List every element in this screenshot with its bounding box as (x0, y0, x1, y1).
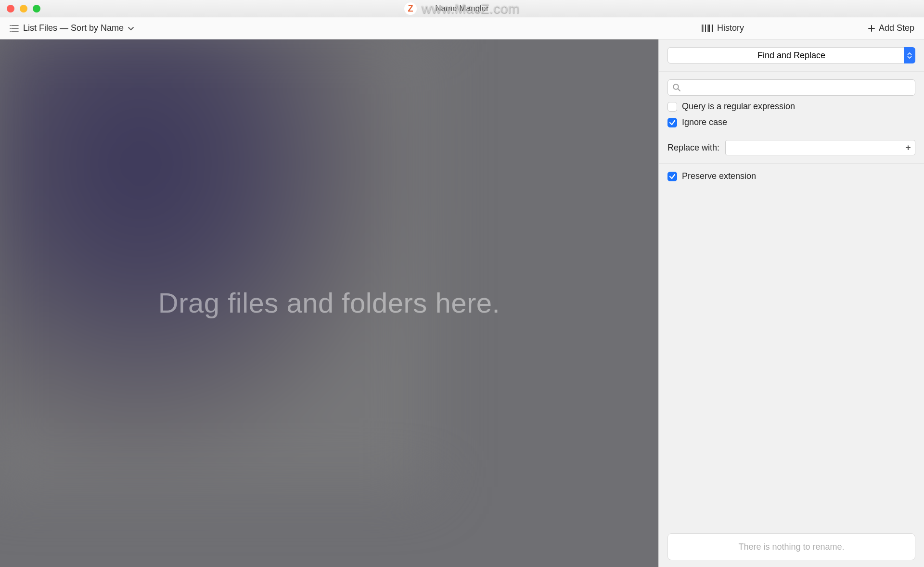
preserve-extension-checkbox[interactable] (667, 172, 677, 181)
replace-with-input[interactable] (725, 140, 915, 155)
replace-with-label: Replace with: (667, 143, 719, 153)
search-input[interactable] (667, 79, 915, 96)
insert-token-button[interactable]: + (903, 142, 913, 153)
rename-button[interactable]: There is nothing to rename. (667, 533, 915, 560)
file-drop-zone[interactable]: Drag files and folders here. (0, 39, 658, 567)
svg-rect-7 (704, 25, 704, 32)
svg-rect-12 (712, 25, 713, 32)
action-section: Find and Replace (659, 39, 924, 72)
svg-point-4 (10, 27, 11, 28)
dropzone-hint: Drag files and folders here. (158, 287, 500, 319)
ignore-case-label: Ignore case (682, 117, 727, 127)
ignore-case-checkbox[interactable] (667, 118, 677, 127)
list-files-label: List Files — Sort by Name (23, 23, 124, 33)
add-step-label: Add Step (879, 23, 914, 33)
replace-row: Replace with: + (667, 140, 915, 155)
preserve-extension-label: Preserve extension (682, 171, 756, 181)
svg-rect-10 (708, 25, 710, 32)
svg-point-3 (10, 25, 11, 25)
titlebar: Name Mangler Z www.MacZ.com (0, 0, 924, 17)
regex-checkbox[interactable] (667, 102, 677, 112)
svg-rect-8 (705, 25, 706, 32)
svg-point-5 (10, 30, 11, 31)
chevron-down-icon (128, 26, 134, 31)
svg-line-16 (678, 89, 680, 91)
toolbar: List Files — Sort by Name (0, 17, 924, 39)
find-options-section: Query is a regular expression Ignore cas… (659, 72, 924, 164)
sidebar: Find and Replace (658, 39, 924, 567)
svg-rect-11 (711, 25, 711, 32)
dropzone-background (0, 39, 428, 487)
search-wrap (667, 79, 915, 96)
history-button[interactable]: History (699, 21, 747, 35)
search-icon (672, 83, 681, 92)
list-files-sort-button[interactable]: List Files — Sort by Name (7, 21, 137, 35)
action-select-wrap[interactable]: Find and Replace (667, 47, 915, 63)
plus-icon (868, 25, 875, 32)
svg-rect-6 (702, 25, 703, 32)
plus-icon: + (905, 142, 911, 153)
regex-label: Query is a regular expression (682, 101, 795, 112)
barcode-icon (702, 25, 713, 32)
ignore-case-checkbox-row[interactable]: Ignore case (667, 117, 915, 127)
regex-checkbox-row[interactable]: Query is a regular expression (667, 101, 915, 112)
list-icon (10, 25, 19, 32)
svg-rect-9 (707, 25, 707, 32)
window-controls (7, 5, 40, 13)
close-window-button[interactable] (7, 5, 14, 13)
watermark: Z www.MacZ.com (0, 1, 924, 16)
rename-button-label: There is nothing to rename. (738, 542, 844, 552)
preserve-extension-checkbox-row[interactable]: Preserve extension (667, 171, 915, 181)
minimize-window-button[interactable] (20, 5, 27, 13)
watermark-logo-icon: Z (404, 2, 417, 15)
zoom-window-button[interactable] (33, 5, 40, 13)
add-step-button[interactable]: Add Step (865, 21, 917, 35)
history-label: History (717, 23, 744, 33)
preserve-extension-section: Preserve extension (659, 164, 924, 189)
window-title: Name Mangler (0, 4, 924, 13)
main-area: Drag files and folders here. Find and Re… (0, 39, 924, 567)
watermark-text: www.MacZ.com (422, 1, 520, 16)
action-select[interactable]: Find and Replace (667, 47, 915, 63)
